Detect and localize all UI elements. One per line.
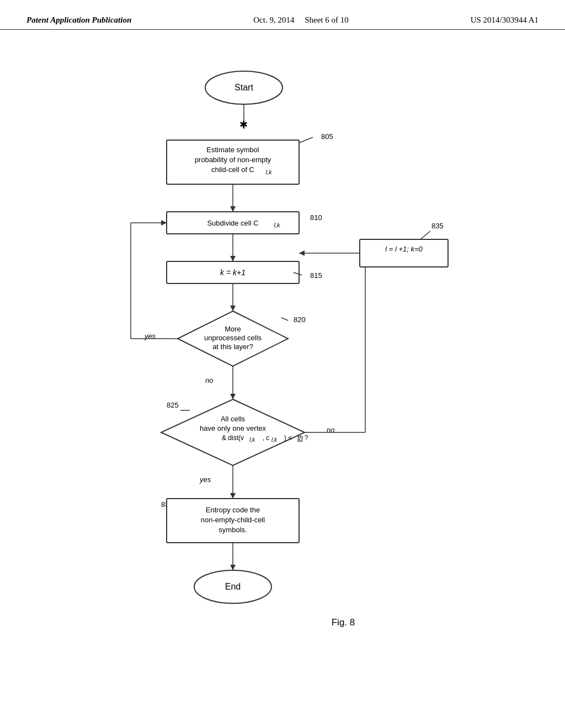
svg-text:?: ? [305, 434, 308, 442]
svg-text:symbols.: symbols. [218, 526, 247, 534]
svg-text:yes: yes [199, 475, 211, 484]
svg-text:k = k+1: k = k+1 [220, 268, 246, 277]
svg-text:✱: ✱ [239, 119, 248, 130]
svg-text:815: 815 [310, 271, 322, 280]
svg-text:Entropy code the: Entropy code the [206, 506, 260, 514]
svg-text:820: 820 [294, 315, 306, 324]
svg-text:Subdivide cell C: Subdivide cell C [207, 219, 258, 227]
svg-text:) <: ) < [284, 434, 292, 442]
svg-text:unprocessed cells: unprocessed cells [204, 334, 262, 342]
svg-marker-60 [299, 250, 305, 256]
publication-date: Oct. 9, 2014 [253, 15, 294, 24]
svg-text:l,k: l,k [271, 437, 278, 443]
patent-number: US 2014/303944 A1 [471, 15, 539, 25]
svg-marker-12 [230, 206, 236, 212]
svg-text:End: End [225, 582, 241, 591]
svg-text:& dist(v: & dist(v [222, 434, 244, 442]
svg-marker-42 [161, 399, 305, 465]
svg-marker-25 [230, 306, 236, 311]
svg-marker-72 [230, 565, 236, 570]
svg-text:810: 810 [310, 213, 322, 222]
svg-text:have only one vertex: have only one vertex [200, 424, 266, 432]
svg-text:l = l +1; k=0: l = l +1; k=0 [385, 245, 423, 253]
svg-marker-19 [230, 256, 236, 261]
svg-text:no: no [205, 376, 213, 384]
svg-text:825: 825 [167, 401, 179, 409]
svg-text:, c: , c [263, 434, 270, 442]
svg-marker-39 [230, 394, 236, 399]
header-center: Oct. 9, 2014 Sheet 6 of 10 [253, 15, 349, 25]
svg-text:th: th [297, 434, 303, 442]
page-header: Patent Application Publication Oct. 9, 2… [0, 0, 565, 30]
svg-text:Fig. 8: Fig. 8 [332, 617, 355, 628]
svg-text:l,k: l,k [266, 169, 273, 175]
svg-text:More: More [225, 325, 241, 333]
publication-title: Patent Application Publication [26, 15, 131, 25]
svg-line-27 [281, 318, 288, 320]
svg-text:non-empty-child-cell: non-empty-child-cell [201, 516, 265, 524]
svg-text:All cells: All cells [221, 415, 246, 423]
svg-text:835: 835 [431, 222, 444, 230]
svg-text:l,k: l,k [249, 437, 255, 443]
svg-text:probability of non-empty: probability of non-empty [195, 156, 271, 164]
svg-text:Start: Start [234, 83, 253, 92]
svg-text:child-cell of C: child-cell of C [211, 165, 254, 174]
svg-text:Estimate  symbol: Estimate symbol [206, 146, 259, 154]
sheet-info: Sheet 6 of 10 [305, 15, 349, 24]
flowchart-svg: Start ✱ 805 Estimate symbol probability … [89, 57, 476, 708]
svg-line-5 [299, 137, 313, 143]
svg-line-58 [420, 231, 430, 239]
svg-text:l,k: l,k [274, 222, 281, 228]
svg-rect-55 [360, 239, 448, 267]
svg-text:805: 805 [321, 132, 333, 141]
svg-marker-64 [230, 493, 236, 499]
svg-marker-36 [161, 220, 167, 226]
svg-text:at this layer?: at this layer? [212, 342, 253, 351]
diagram-container: Start ✱ 805 Estimate symbol probability … [0, 30, 565, 719]
